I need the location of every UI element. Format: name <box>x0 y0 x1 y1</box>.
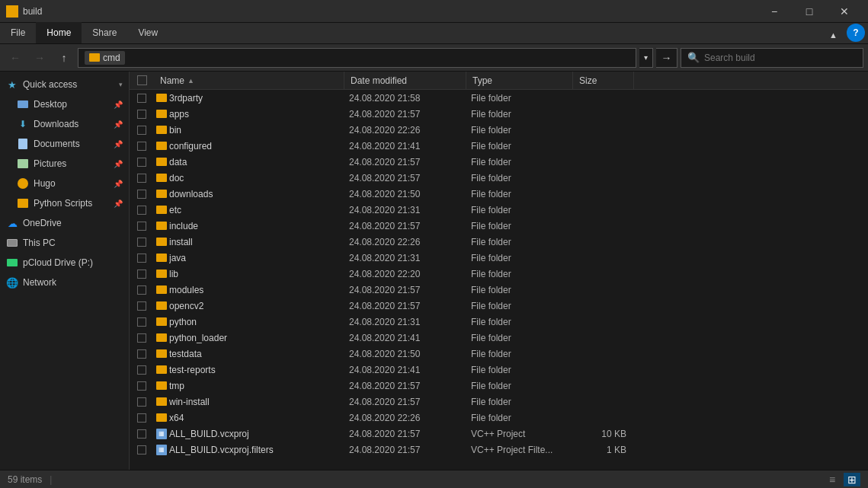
file-date: 24.08.2020 21:57 <box>343 285 465 295</box>
table-row[interactable]: downloads 24.08.2020 21:50 File folder <box>130 186 868 202</box>
row-checkbox[interactable] <box>130 94 154 103</box>
file-date: 24.08.2020 21:41 <box>343 333 465 343</box>
sidebar-item-network[interactable]: 🌐 Network <box>0 273 129 292</box>
table-row[interactable]: modules 24.08.2020 21:57 File folder <box>130 282 868 298</box>
row-checkbox[interactable] <box>130 110 154 119</box>
table-row[interactable]: apps 24.08.2020 21:57 File folder <box>130 106 868 122</box>
file-type: File folder <box>465 189 572 199</box>
row-checkbox[interactable] <box>130 317 154 327</box>
table-row[interactable]: lib 24.08.2020 22:20 File folder <box>130 266 868 282</box>
row-icon <box>154 285 169 294</box>
row-checkbox[interactable] <box>130 190 154 199</box>
row-checkbox[interactable] <box>130 445 154 455</box>
col-header-name[interactable]: Name ▲ <box>154 72 344 89</box>
table-row[interactable]: doc 24.08.2020 21:57 File folder <box>130 170 868 186</box>
table-row[interactable]: testdata 24.08.2020 21:50 File folder <box>130 346 868 362</box>
list-view-button[interactable]: ≡ <box>824 473 841 486</box>
sidebar-item-hugo[interactable]: Hugo 📌 <box>0 174 129 193</box>
row-checkbox[interactable] <box>130 174 154 183</box>
row-checkbox[interactable] <box>130 222 154 231</box>
address-path[interactable]: cmd <box>78 48 636 68</box>
search-input[interactable] <box>704 53 857 63</box>
file-type: File folder <box>465 381 572 391</box>
table-row[interactable]: bin 24.08.2020 22:26 File folder <box>130 122 868 138</box>
col-header-type[interactable]: Type <box>466 72 573 89</box>
sidebar-item-python-scripts[interactable]: Python Scripts 📌 <box>0 193 129 213</box>
table-row[interactable]: python 24.08.2020 21:31 File folder <box>130 314 868 330</box>
tab-share[interactable]: Share <box>82 22 127 43</box>
file-name: tmp <box>169 381 343 391</box>
table-row[interactable]: data 24.08.2020 21:57 File folder <box>130 154 868 170</box>
detail-view-button[interactable]: ⊞ <box>844 473 860 486</box>
header-checkbox[interactable] <box>130 75 154 85</box>
sidebar-item-onedrive[interactable]: ☁ OneDrive <box>0 213 129 233</box>
row-icon: ▦ <box>154 445 169 455</box>
back-button[interactable]: ← <box>5 47 26 69</box>
sidebar-item-pictures[interactable]: Pictures 📌 <box>0 154 129 174</box>
row-checkbox[interactable] <box>130 381 154 391</box>
row-checkbox[interactable] <box>130 126 154 135</box>
row-checkbox[interactable] <box>130 429 154 439</box>
table-row[interactable]: win-install 24.08.2020 21:57 File folder <box>130 394 868 410</box>
search-bar[interactable]: 🔍 <box>681 48 863 68</box>
file-type: File folder <box>465 397 572 407</box>
tab-view[interactable]: View <box>127 22 168 43</box>
table-row[interactable]: ▦ ALL_BUILD.vcxproj.filters 24.08.2020 2… <box>130 442 868 458</box>
hugo-icon <box>17 178 29 189</box>
sidebar-item-downloads[interactable]: ⬇ Downloads 📌 <box>0 114 129 134</box>
ribbon-collapse-icon[interactable]: ▲ <box>823 27 844 43</box>
table-row[interactable]: x64 24.08.2020 22:26 File folder <box>130 410 868 426</box>
row-checkbox[interactable] <box>130 349 154 359</box>
col-header-size[interactable]: Size <box>573 72 634 89</box>
table-row[interactable]: configured 24.08.2020 21:41 File folder <box>130 138 868 154</box>
maximize-button[interactable]: □ <box>792 0 827 23</box>
sidebar-item-desktop[interactable]: Desktop 📌 <box>0 94 129 114</box>
row-checkbox[interactable] <box>130 285 154 295</box>
table-row[interactable]: opencv2 24.08.2020 21:57 File folder <box>130 298 868 314</box>
row-checkbox[interactable] <box>130 142 154 151</box>
table-row[interactable]: java 24.08.2020 21:31 File folder <box>130 250 868 266</box>
address-dropdown-button[interactable]: ▾ <box>639 48 653 68</box>
row-checkbox[interactable] <box>130 254 154 263</box>
table-row[interactable]: ▦ ALL_BUILD.vcxproj 24.08.2020 21:57 VC+… <box>130 426 868 442</box>
table-row[interactable]: install 24.08.2020 22:26 File folder <box>130 234 868 250</box>
row-icon <box>154 301 169 310</box>
row-checkbox[interactable] <box>130 206 154 215</box>
sidebar-item-this-pc[interactable]: This PC <box>0 233 129 253</box>
sidebar-item-documents[interactable]: Documents 📌 <box>0 134 129 154</box>
tab-file[interactable]: File <box>0 22 36 43</box>
table-row[interactable]: etc 24.08.2020 21:31 File folder <box>130 202 868 218</box>
sidebar-item-quick-access[interactable]: ★ Quick access ▾ <box>0 75 129 94</box>
navigate-button[interactable]: → <box>656 48 677 68</box>
table-row[interactable]: test-reports 24.08.2020 21:41 File folde… <box>130 362 868 378</box>
table-row[interactable]: tmp 24.08.2020 21:57 File folder <box>130 378 868 394</box>
file-name: test-reports <box>169 365 343 375</box>
row-checkbox[interactable] <box>130 270 154 279</box>
file-date: 24.08.2020 21:31 <box>343 253 465 263</box>
table-row[interactable]: include 24.08.2020 21:57 File folder <box>130 218 868 234</box>
row-checkbox[interactable] <box>130 413 154 423</box>
view-controls: ≡ ⊞ <box>824 473 860 486</box>
file-name: python_loader <box>169 333 343 343</box>
table-row[interactable]: 3rdparty 24.08.2020 21:58 File folder <box>130 90 868 106</box>
row-checkbox[interactable] <box>130 238 154 247</box>
sidebar-item-pcloud[interactable]: pCloud Drive (P:) <box>0 253 129 273</box>
desktop-icon <box>17 99 29 110</box>
row-checkbox[interactable] <box>130 333 154 343</box>
pcloud-icon <box>6 257 18 268</box>
file-date: 24.08.2020 21:50 <box>343 349 465 359</box>
close-button[interactable]: ✕ <box>827 0 862 23</box>
up-button[interactable]: ↑ <box>53 47 75 69</box>
file-date: 24.08.2020 21:57 <box>343 157 465 167</box>
tab-home[interactable]: Home <box>36 22 82 43</box>
row-checkbox[interactable] <box>130 158 154 167</box>
row-checkbox[interactable] <box>130 397 154 407</box>
row-checkbox[interactable] <box>130 365 154 375</box>
forward-button[interactable]: → <box>29 47 50 69</box>
minimize-button[interactable]: − <box>757 0 792 23</box>
help-button[interactable]: ? <box>847 24 865 42</box>
col-header-date[interactable]: Date modified <box>344 72 466 89</box>
row-checkbox[interactable] <box>130 301 154 311</box>
select-all-checkbox[interactable] <box>137 75 147 85</box>
table-row[interactable]: python_loader 24.08.2020 21:41 File fold… <box>130 330 868 346</box>
